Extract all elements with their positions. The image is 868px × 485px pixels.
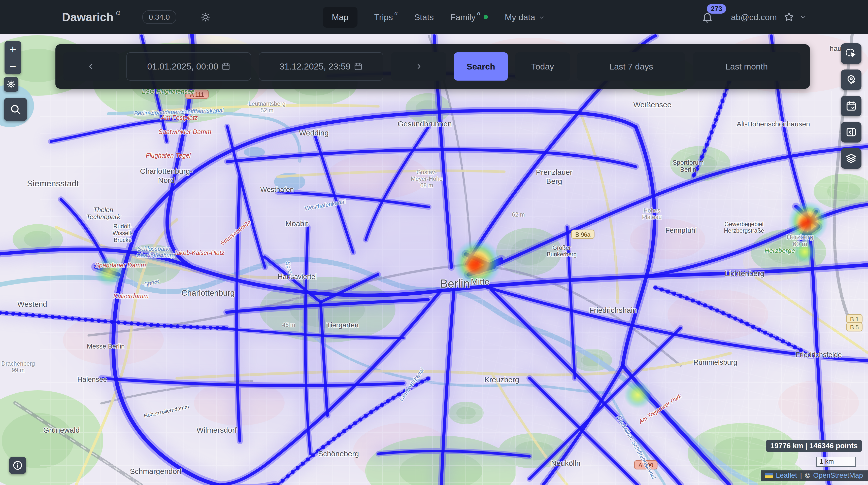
- start-date-input[interactable]: 01.01.2025, 00:00: [126, 53, 251, 80]
- map-label: 52 m: [260, 107, 273, 114]
- map-label: Meyer-Hohe: [411, 175, 443, 182]
- map-label: Wedding: [299, 129, 329, 137]
- map-label: Herzbergstraße: [724, 227, 764, 234]
- tab-family[interactable]: Family α: [451, 12, 488, 22]
- search-icon: [9, 103, 22, 116]
- map-label: Kreuzberg: [485, 376, 519, 384]
- map-label: 68 m: [420, 182, 433, 189]
- map-label: Fennpfuhl: [665, 226, 697, 234]
- svg-text:B 5: B 5: [850, 324, 859, 331]
- map-label: Friedrichsfelde: [796, 351, 842, 359]
- map-label: Nord: [158, 176, 174, 184]
- map-label: Hansaviertel: [278, 273, 317, 281]
- tab-trips[interactable]: Trips α: [374, 12, 398, 22]
- map-label: Charlottenburg: [181, 288, 235, 297]
- map-label: 62 m: [512, 211, 525, 218]
- map-label: Rudolf-: [113, 223, 132, 230]
- visited-places-button[interactable]: [841, 69, 862, 90]
- map-label: Halensee: [77, 376, 107, 383]
- map-label: Weißensee: [633, 100, 671, 109]
- map-scale-control: 1 km: [816, 457, 856, 466]
- zoom-out-button[interactable]: −: [4, 58, 21, 74]
- user-menu-chevron-icon[interactable]: [800, 13, 807, 21]
- calendar-icon: [354, 62, 363, 71]
- map-label: Messe Berlin: [87, 343, 125, 350]
- last-7-days-button[interactable]: Last 7 days: [577, 53, 685, 80]
- map-info-button[interactable]: [9, 457, 26, 474]
- map-label: Hohes: [644, 207, 660, 214]
- zoom-in-button[interactable]: +: [4, 41, 21, 58]
- map-label: Kaiserdamm: [113, 292, 149, 299]
- map-label: Tiergarten: [327, 321, 359, 329]
- map-label: Siemensstadt: [27, 179, 79, 188]
- map-label: Sportforum: [673, 159, 704, 166]
- calendar-icon: [221, 62, 230, 71]
- search-button[interactable]: Search: [454, 53, 508, 80]
- map-label: Technopark: [86, 213, 121, 221]
- svg-text:B 96a: B 96a: [575, 231, 590, 238]
- map-label: Charlottenburg-: [140, 167, 192, 175]
- map-label: Lichtenberg: [725, 269, 765, 278]
- date-filter-bar: 01.01.2025, 00:00 31.12.2025, 23:59 Sear…: [55, 44, 810, 89]
- calendar-check-icon: [845, 100, 857, 112]
- map-label: Jakob-Kaiser-Platz: [174, 249, 224, 256]
- notifications-button[interactable]: 273: [701, 11, 713, 23]
- family-online-dot: [484, 15, 488, 19]
- copyright-symbol: ©: [805, 472, 810, 480]
- theme-toggle-sun-icon[interactable]: [200, 12, 211, 22]
- previous-period-button[interactable]: [63, 53, 119, 80]
- map-label: Plateau: [642, 214, 662, 220]
- app-logo[interactable]: Dawarich α: [62, 10, 120, 24]
- app-name: Dawarich: [62, 10, 114, 24]
- map-label: Neukölln: [551, 459, 581, 467]
- map-label: Westhafen: [260, 186, 294, 193]
- map-label: Saatwinkler Damm: [158, 128, 211, 135]
- last-month-button[interactable]: Last month: [693, 53, 801, 80]
- end-date-input[interactable]: 31.12.2025, 23:59: [259, 53, 383, 80]
- chevron-down-icon: [539, 14, 545, 21]
- start-date-value: 01.01.2025, 00:00: [147, 61, 218, 71]
- tab-my-data[interactable]: My data: [505, 12, 545, 22]
- ukraine-flag-icon: [765, 473, 773, 478]
- map-label: Berlin: [440, 277, 470, 290]
- version-badge: 0.34.0: [142, 10, 176, 24]
- openstreetmap-link[interactable]: OpenStreetMap: [813, 472, 863, 480]
- dawarich-app: A 111A 100B 96aB 1B 5SiemensstadtCharlot…: [0, 0, 868, 485]
- leaflet-link[interactable]: Leaflet: [776, 472, 797, 480]
- map-label: Herzberg: [787, 233, 814, 241]
- map-label: LSG Flughafensee: [142, 88, 194, 95]
- notification-count-badge: 273: [707, 4, 726, 13]
- star-icon[interactable]: [783, 11, 795, 23]
- map-label: Alt-Hohenschönhausen: [737, 120, 810, 128]
- map-label: Bunkerberg: [547, 251, 577, 258]
- map-label: Wilmersdorf: [196, 426, 237, 434]
- attribution-separator: |: [800, 472, 802, 480]
- map-label: Schmargendorf: [130, 467, 182, 476]
- map-label: Schöneberg: [318, 450, 359, 458]
- calendar-panel-button[interactable]: [841, 96, 862, 116]
- tab-stats[interactable]: Stats: [414, 12, 434, 22]
- today-button[interactable]: Today: [515, 53, 570, 80]
- next-period-button[interactable]: [391, 53, 446, 80]
- gear-icon: [6, 79, 16, 89]
- map-label: Drachenberg: [1, 360, 35, 367]
- map-search-button[interactable]: [4, 98, 27, 121]
- toggle-panel-button[interactable]: [841, 122, 862, 142]
- layers-icon: [845, 153, 857, 164]
- primary-nav: Map Trips α Stats Family α My data: [323, 7, 545, 28]
- map-label: Brücke: [114, 237, 132, 243]
- map-label: Schlosspark: [137, 246, 169, 252]
- map-label: Westend: [18, 300, 47, 308]
- tab-map[interactable]: Map: [323, 7, 358, 28]
- svg-text:B 1: B 1: [850, 316, 859, 323]
- map-settings-button[interactable]: [4, 77, 19, 92]
- info-icon: [12, 460, 23, 471]
- area-select-button[interactable]: [841, 43, 862, 64]
- layers-button[interactable]: [841, 148, 862, 169]
- map-label: Moabit: [285, 219, 308, 228]
- user-email[interactable]: ab@cd.com: [731, 12, 777, 22]
- alpha-sup: α: [116, 9, 120, 17]
- map-label: 99 m: [11, 367, 25, 374]
- map-label: Gustav-: [416, 169, 437, 175]
- map-label: Herzberge: [765, 247, 795, 254]
